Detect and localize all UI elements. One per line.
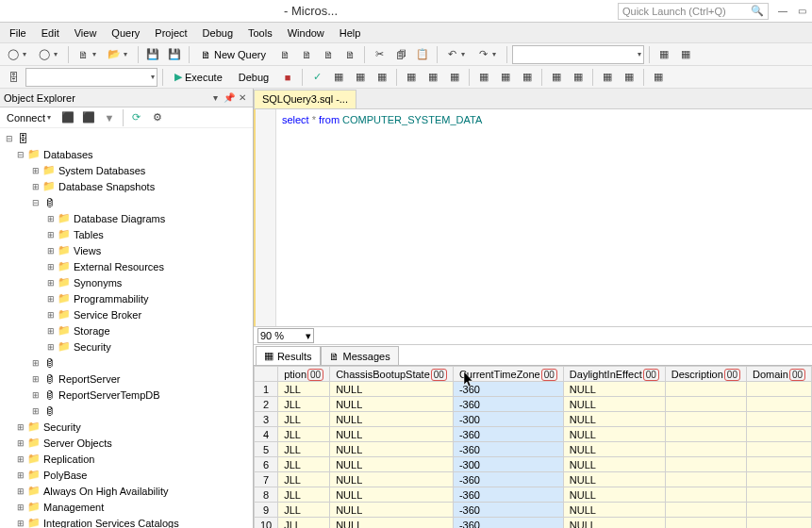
open-drop[interactable]: ▾ xyxy=(124,50,133,58)
cell-chassis[interactable]: NULL xyxy=(330,382,454,397)
newproj-drop[interactable]: ▾ xyxy=(92,50,102,58)
tree-views[interactable]: ⊞📁Views xyxy=(0,242,253,258)
results-grid[interactable]: ption00 ChassisBootupState00 CurrentTime… xyxy=(254,366,812,528)
cell-daylight[interactable]: NULL xyxy=(563,457,665,472)
cell-description[interactable] xyxy=(665,503,746,518)
results-text-button[interactable]: ▦ xyxy=(496,68,515,87)
save-button[interactable]: 💾 xyxy=(143,45,162,64)
row-header-blank[interactable] xyxy=(254,367,277,382)
object-tree[interactable]: ⊟🗄 ⊟📁Databases ⊞📁System Databases ⊞📁Data… xyxy=(0,128,253,528)
cell-currenttimezone[interactable]: -360 xyxy=(453,503,563,518)
sql-editor[interactable]: select * from COMPUTER_SYSTEM_DATA xyxy=(254,109,812,326)
cell-currenttimezone[interactable]: -300 xyxy=(453,412,563,427)
include-clientstats-button[interactable]: ▦ xyxy=(445,68,464,87)
connect-button[interactable]: Connect xyxy=(4,108,48,127)
tree-server-root[interactable]: ⊟🗄 xyxy=(0,130,253,146)
disconnect-button[interactable]: ⬛ xyxy=(58,108,77,127)
table-row[interactable]: 1JLLNULL-360NULL xyxy=(254,382,811,397)
estplan-button[interactable]: ▦ xyxy=(329,68,348,87)
debug-button[interactable]: Debug xyxy=(232,68,275,87)
cell-description[interactable] xyxy=(665,427,746,442)
cell-currenttimezone[interactable]: -360 xyxy=(453,382,563,397)
tab-results[interactable]: ▦Results xyxy=(256,346,321,365)
cell-domain[interactable] xyxy=(746,427,811,442)
uncomment-sel-button[interactable]: ▦ xyxy=(569,68,588,87)
cell-domain[interactable] xyxy=(746,442,811,457)
connect-drop[interactable]: ▾ xyxy=(47,113,57,122)
close-icon[interactable]: ✕ xyxy=(236,92,249,103)
cell-chassis[interactable]: NULL xyxy=(330,518,454,529)
tree-alwayson[interactable]: ⊞📁Always On High Availability xyxy=(0,483,253,499)
cell-chassis[interactable]: NULL xyxy=(330,442,454,457)
table-row[interactable]: 5JLLNULL-360NULL xyxy=(254,442,811,457)
cell-domain[interactable] xyxy=(746,472,811,487)
include-stats-button[interactable]: ▦ xyxy=(423,68,442,87)
menu-project[interactable]: Project xyxy=(147,25,194,41)
menu-file[interactable]: File xyxy=(2,25,34,41)
tree-db2[interactable]: ⊞🛢 xyxy=(0,355,253,371)
cell-chassis[interactable]: NULL xyxy=(330,487,454,503)
cell-description[interactable] xyxy=(665,397,746,412)
cell-domain[interactable] xyxy=(746,518,811,529)
table-row[interactable]: 2JLLNULL-360NULL xyxy=(254,397,811,412)
intellisense-button[interactable]: ▦ xyxy=(373,68,391,87)
cell-currenttimezone[interactable]: -360 xyxy=(453,472,563,487)
pin-icon[interactable]: 📌 xyxy=(223,92,236,103)
col-currenttimezone[interactable]: CurrentTimeZone00 xyxy=(453,367,563,382)
cell-daylight[interactable]: NULL xyxy=(563,427,665,442)
table-row[interactable]: 4JLLNULL-360NULL xyxy=(254,427,811,442)
db-query4-icon[interactable]: 🗎 xyxy=(340,45,359,64)
cell-daylight[interactable]: NULL xyxy=(563,487,665,503)
col-description[interactable]: Description00 xyxy=(665,367,746,382)
row-number[interactable]: 6 xyxy=(254,457,277,472)
undo-button[interactable]: ↶ xyxy=(442,45,461,64)
cell-description[interactable] xyxy=(665,487,746,503)
parse-button[interactable]: ✓ xyxy=(307,68,326,87)
cell-description[interactable] xyxy=(665,442,746,457)
cell-daylight[interactable]: NULL xyxy=(563,518,665,529)
cell-ption[interactable]: JLL xyxy=(278,442,330,457)
include-plan-button[interactable]: ▦ xyxy=(402,68,421,87)
menu-query[interactable]: Query xyxy=(104,25,147,41)
menu-help[interactable]: Help xyxy=(332,25,369,41)
cell-domain[interactable] xyxy=(746,503,811,518)
cell-daylight[interactable]: NULL xyxy=(563,412,665,427)
tree-diagrams[interactable]: ⊞📁Database Diagrams xyxy=(0,210,253,226)
cell-ption[interactable]: JLL xyxy=(278,427,330,442)
new-project-button[interactable]: 🗎 xyxy=(74,45,92,64)
cell-chassis[interactable]: NULL xyxy=(330,412,454,427)
open-button[interactable]: 📂 xyxy=(105,45,124,64)
menu-view[interactable]: View xyxy=(67,25,105,41)
cell-daylight[interactable]: NULL xyxy=(563,397,665,412)
cell-chassis[interactable]: NULL xyxy=(330,397,454,412)
cell-domain[interactable] xyxy=(746,382,811,397)
cell-ption[interactable]: JLL xyxy=(278,487,330,503)
tree-reportserver[interactable]: ⊞🛢ReportServer xyxy=(0,371,253,387)
table-row[interactable]: 8JLLNULL-360NULL xyxy=(254,487,811,503)
outdent-button[interactable]: ▦ xyxy=(620,68,638,87)
cell-daylight[interactable]: NULL xyxy=(563,503,665,518)
table-row[interactable]: 9JLLNULL-360NULL xyxy=(254,503,811,518)
specify-values-button[interactable]: ▦ xyxy=(649,68,668,87)
tree-db3[interactable]: ⊞🛢 xyxy=(0,403,253,419)
menu-window[interactable]: Window xyxy=(280,25,332,41)
tab-messages[interactable]: 🗎Messages xyxy=(321,346,399,365)
new-query-button[interactable]: 🗎New Query xyxy=(194,45,273,64)
row-number[interactable]: 2 xyxy=(254,397,277,412)
cell-chassis[interactable]: NULL xyxy=(330,472,454,487)
tree-snapshots[interactable]: ⊞📁Database Snapshots xyxy=(0,178,253,194)
undo-drop[interactable]: ▾ xyxy=(461,50,471,58)
database-combo[interactable] xyxy=(25,68,157,87)
tree-databases[interactable]: ⊟📁Databases xyxy=(0,146,253,162)
quick-launch-search[interactable]: Quick Launch (Ctrl+Q) 🔍 xyxy=(618,3,769,20)
results-grid-button[interactable]: ▦ xyxy=(474,68,493,87)
row-number[interactable]: 8 xyxy=(254,487,277,503)
tree-integration-catalogs[interactable]: ⊞📁Integration Services Catalogs xyxy=(0,515,253,528)
table-row[interactable]: 6JLLNULL-300NULL xyxy=(254,457,811,472)
solution-combo[interactable] xyxy=(512,45,644,64)
tree-system-databases[interactable]: ⊞📁System Databases xyxy=(0,162,253,178)
tree-db1[interactable]: ⊟🛢 xyxy=(0,194,253,210)
cell-ption[interactable]: JLL xyxy=(278,472,330,487)
menu-debug[interactable]: Debug xyxy=(195,25,240,41)
tree-service-broker[interactable]: ⊞📁Service Broker xyxy=(0,306,253,322)
